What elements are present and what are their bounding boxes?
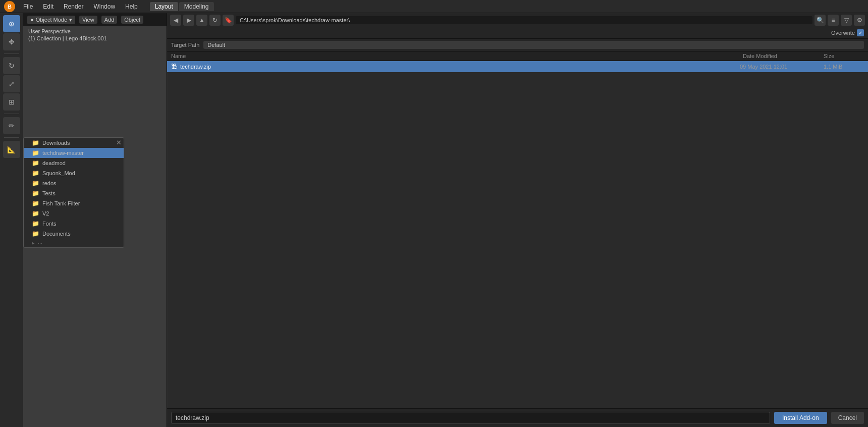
folder-v2-icon: 📁 — [32, 210, 39, 217]
fb-sort-btn[interactable]: ≡ — [828, 15, 839, 26]
recent-downloads[interactable]: 📁 Downloads — [24, 138, 124, 148]
folder-fish-icon: 📁 — [32, 200, 39, 207]
zip-file-icon: 🗜 — [171, 63, 177, 70]
recent-fish-label: Fish Tank Filter — [42, 200, 80, 206]
folder-redos-icon: 📁 — [32, 180, 39, 187]
recents-popup: ✕ 📁 Downloads 📁 techdraw-master 📁 deadmo… — [23, 137, 124, 248]
object-mode-label: Object Mode — [36, 17, 67, 23]
left-toolbar: ⊕ ✥ ↻ ⤢ ⊞ ✏ 📐 — [0, 13, 23, 427]
viewport-add-menu[interactable]: Add — [101, 16, 118, 24]
toolbar-sep-2 — [4, 114, 19, 114]
view-label: View — [82, 17, 94, 23]
recent-deadmod-label: deadmod — [42, 160, 66, 166]
cancel-btn[interactable]: Cancel — [831, 412, 864, 424]
install-addon-btn[interactable]: Install Add-on — [774, 412, 827, 424]
recents-more-icon: ▸ — [32, 240, 35, 246]
file-list-header: Name Date Modified Size — [167, 51, 868, 61]
recent-tests-label: Tests — [42, 190, 56, 196]
object-label: Object — [124, 17, 140, 23]
menu-file[interactable]: File — [21, 2, 35, 11]
overwrite-checkbox[interactable]: ✓ — [857, 29, 864, 36]
toolbar-sep-3 — [4, 137, 19, 138]
folder-docs-icon: 📁 — [32, 230, 39, 237]
toolbar-sep-1 — [4, 54, 19, 54]
object-mode-selector[interactable]: ● Object Mode ▾ — [27, 16, 75, 24]
file-list: 🗜 techdraw.zip 09 May 2021 12:01 1.1 MiB — [167, 61, 868, 408]
workspace-modeling[interactable]: Modeling — [179, 2, 214, 11]
recent-downloads-label: Downloads — [42, 140, 70, 146]
menu-edit[interactable]: Edit — [41, 2, 56, 11]
menu-render[interactable]: Render — [62, 2, 85, 11]
toolbar-transform[interactable]: ⊞ — [3, 93, 20, 111]
fb-path-bar[interactable]: C:\Users\sprok\Downloads\techdraw-master… — [236, 16, 812, 24]
toolbar-cursor[interactable]: ⊕ — [3, 15, 20, 32]
recent-techdraw-label: techdraw-master — [42, 150, 84, 156]
recents-more-dots: ··· — [38, 240, 42, 246]
recent-v2[interactable]: 📁 V2 — [24, 208, 124, 219]
fb-search-btn[interactable]: 🔍 — [815, 15, 826, 26]
add-label: Add — [104, 17, 115, 23]
recent-tests[interactable]: 📁 Tests — [24, 188, 124, 198]
toolbar-scale[interactable]: ⤢ — [3, 75, 20, 92]
file-row-techdraw[interactable]: 🗜 techdraw.zip 09 May 2021 12:01 1.1 MiB — [167, 61, 868, 72]
workspace-layout[interactable]: Layout — [150, 2, 178, 11]
toolbar-measure[interactable]: 📐 — [3, 141, 20, 158]
col-date-header: Date Modified — [743, 53, 824, 59]
folder-tests-icon: 📁 — [32, 190, 39, 197]
recent-documents-label: Documents — [42, 231, 71, 237]
recent-squonk-label: Squonk_Mod — [42, 170, 75, 176]
fb-file-toolbar: Overwrite ✓ — [167, 27, 868, 39]
fb-bookmark-btn[interactable]: 🔖 — [223, 15, 234, 26]
recent-techdraw-master[interactable]: 📁 techdraw-master — [24, 148, 124, 158]
col-size-header: Size — [824, 53, 864, 59]
file-size-techdraw: 1.1 MiB — [824, 64, 864, 70]
app-logo: B — [4, 1, 15, 12]
toolbar-move[interactable]: ✥ — [3, 33, 20, 50]
fb-filename-bar: Install Add-on Cancel — [167, 408, 868, 427]
fb-settings-btn[interactable]: ⚙ — [854, 15, 865, 26]
recent-documents[interactable]: 📁 Documents — [24, 229, 124, 239]
object-mode-icon: ● — [30, 17, 34, 23]
file-date-techdraw: 09 May 2021 12:01 — [740, 64, 821, 70]
folder-squonk-icon: 📁 — [32, 170, 39, 177]
overwrite-label: Overwrite — [831, 30, 855, 36]
file-name-techdraw: techdraw.zip — [180, 64, 737, 70]
recents-more[interactable]: ▸ ··· — [24, 239, 124, 247]
recent-fonts[interactable]: 📁 Fonts — [24, 219, 124, 229]
filename-input[interactable] — [171, 412, 770, 424]
recent-fonts-label: Fonts — [42, 221, 57, 227]
top-menu-bar: B File Edit Render Window Help Layout Mo… — [0, 0, 868, 13]
recent-squonk[interactable]: 📁 Squonk_Mod — [24, 168, 124, 178]
overwrite-option: Overwrite ✓ — [831, 29, 864, 36]
recent-v2-label: V2 — [42, 210, 49, 217]
file-browser: ◀ ▶ ▲ ↻ 🔖 C:\Users\sprok\Downloads\techd… — [167, 13, 868, 427]
target-path-value[interactable]: Default — [203, 41, 864, 49]
folder-fonts-icon: 📁 — [32, 220, 39, 227]
fb-reload-btn[interactable]: ↻ — [209, 15, 221, 26]
recent-redos[interactable]: 📁 redos — [24, 178, 124, 188]
target-path-label: Target Path — [171, 42, 199, 48]
fb-up-btn[interactable]: ▲ — [196, 15, 207, 26]
toolbar-rotate[interactable]: ↻ — [3, 57, 20, 74]
file-browser-header: ◀ ▶ ▲ ↻ 🔖 C:\Users\sprok\Downloads\techd… — [167, 13, 868, 27]
recents-close-btn[interactable]: ✕ — [116, 139, 122, 146]
menu-help[interactable]: Help — [123, 2, 140, 11]
fb-forward-btn[interactable]: ▶ — [183, 15, 194, 26]
folder-deadmod-icon: 📁 — [32, 159, 39, 167]
recent-redos-label: redos — [42, 180, 57, 186]
fb-back-btn[interactable]: ◀ — [170, 15, 181, 26]
object-mode-chevron: ▾ — [69, 17, 72, 23]
fb-filter-btn[interactable]: ▽ — [841, 15, 852, 26]
col-name-header: Name — [171, 53, 743, 59]
folder-techdraw-icon: 📁 — [32, 149, 39, 156]
recent-deadmod[interactable]: 📁 deadmod — [24, 158, 124, 168]
recent-fish-tank[interactable]: 📁 Fish Tank Filter — [24, 198, 124, 208]
folder-downloads-icon: 📁 — [32, 139, 39, 146]
menu-window[interactable]: Window — [91, 2, 117, 11]
toolbar-annotate[interactable]: ✏ — [3, 117, 20, 134]
viewport-object-menu[interactable]: Object — [121, 16, 143, 24]
viewport-view-menu[interactable]: View — [79, 16, 97, 24]
fb-target-path-bar: Target Path Default — [167, 39, 868, 51]
